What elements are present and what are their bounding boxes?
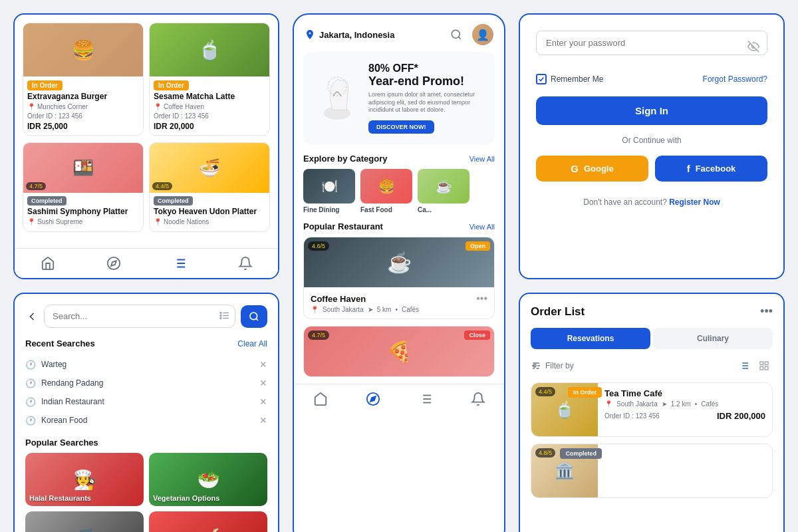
rest-rating-coffee-haven: 4.6/5: [308, 241, 329, 251]
remove-korean[interactable]: ✕: [259, 415, 267, 426]
discover-button[interactable]: DISCOVER NOW!: [368, 120, 434, 134]
orderlist-card-inner-completed: 🏛️ 4.8/5 Completed: [531, 444, 772, 497]
location-icon-latte: 📍: [154, 103, 162, 110]
category-label-other: Ca...: [418, 206, 469, 213]
nav-compass-orders[interactable]: [106, 255, 122, 271]
filter-left: Filter by: [531, 360, 574, 371]
completed-card-udon[interactable]: 🍜 4.4/5 Completed Tokyo Heaven Udon Plat…: [149, 142, 270, 232]
nav-bell-orders[interactable]: [237, 255, 253, 271]
orderlist-card-teatime[interactable]: 🍵 4.4/5 In Order Tea Time Café 📍 South J…: [531, 382, 773, 437]
order-card-latte[interactable]: 🍵 In Order Sesame Matcha Latte 📍 Coffee …: [149, 23, 270, 136]
categories-row: 🍽️ Fine Dining 🍔 Fast Food ☕ Ca...: [294, 169, 504, 221]
search-input[interactable]: [44, 305, 235, 328]
center-nav-home[interactable]: [313, 391, 329, 407]
search-item-left-warteg: 🕐 Warteg: [25, 360, 66, 370]
search-text-korean: Korean Food: [41, 416, 87, 425]
search-item-warteg[interactable]: 🕐 Warteg ✕: [25, 355, 267, 374]
remove-indian[interactable]: ✕: [259, 396, 267, 407]
search-button[interactable]: [241, 305, 267, 328]
remove-rendang[interactable]: ✕: [259, 378, 267, 388]
search-text-indian: Indian Restaurant: [41, 397, 104, 406]
category-fast-food[interactable]: 🍔 Fast Food: [360, 169, 412, 213]
rest-type-coffee-haven: Cafés: [402, 306, 419, 313]
popular-view-all[interactable]: View All: [469, 223, 495, 231]
search-icon-btn[interactable]: [446, 24, 467, 45]
order-card-img-latte: 🍵: [150, 23, 269, 76]
remember-left: Remember Me: [536, 74, 603, 84]
promo-illustration: [314, 72, 360, 125]
rest-bullet: •: [395, 306, 398, 313]
search-item-left-korean: 🕐 Korean Food: [25, 416, 87, 426]
popular-card-music1[interactable]: 🎵: [25, 511, 144, 532]
signin-button[interactable]: Sign In: [536, 96, 767, 125]
rest-more-coffee-haven[interactable]: •••: [476, 293, 487, 305]
category-other[interactable]: ☕ Ca...: [418, 169, 469, 213]
orderlist-card-completed[interactable]: 🏛️ 4.8/5 Completed: [531, 444, 773, 498]
list-view-btn[interactable]: [735, 357, 753, 374]
history-icon-korean: 🕐: [25, 416, 36, 426]
orderlist-panel: Order List ••• Resevations Culinary Filt…: [519, 293, 785, 532]
clear-all-button[interactable]: Clear All: [237, 339, 267, 348]
remember-label: Remember Me: [551, 74, 603, 84]
search-item-rendang[interactable]: 🕐 Rendang Padang ✕: [25, 374, 267, 392]
completed-badge-udon: Completed: [154, 196, 193, 205]
rating-badge-sashimi: 4.7/5: [26, 182, 46, 190]
back-button[interactable]: [25, 310, 39, 323]
svg-rect-30: [760, 362, 763, 365]
order-title-latte: Sesame Matcha Latte: [154, 92, 265, 101]
order-card-burger[interactable]: 🍔 In Order Extravaganza Burger 📍 Munchie…: [23, 23, 144, 136]
ol-location-icon: 📍: [604, 400, 612, 408]
nav-home-orders[interactable]: [40, 255, 56, 271]
popular-title: Popular Restaurant: [303, 221, 383, 231]
more-icon[interactable]: •••: [760, 305, 773, 319]
category-view-all[interactable]: View All: [469, 155, 495, 163]
tab-reservations[interactable]: Resevations: [531, 328, 650, 349]
ol-status-completed: Completed: [560, 448, 602, 459]
tab-culinary[interactable]: Culinary: [653, 328, 773, 349]
category-fine-dining[interactable]: 🍽️ Fine Dining: [303, 169, 355, 213]
search-panel: Recent Searches Clear All 🕐 Warteg ✕ 🕐 R…: [13, 293, 279, 532]
svg-point-24: [250, 313, 257, 320]
grid-view-btn[interactable]: [755, 357, 773, 374]
center-nav-compass[interactable]: [365, 391, 381, 407]
nav-list-orders[interactable]: [172, 255, 188, 271]
filter-icon[interactable]: [219, 310, 230, 323]
facebook-icon: f: [687, 163, 690, 174]
view-icons: [735, 357, 773, 374]
inorder-cards-row: 🍔 In Order Extravaganza Burger 📍 Munchie…: [23, 23, 270, 136]
remember-checkbox[interactable]: [536, 74, 547, 84]
forgot-password-link[interactable]: Forgot Password?: [703, 74, 767, 84]
search-item-korean[interactable]: 🕐 Korean Food ✕: [25, 411, 267, 430]
search-item-left-indian: 🕐 Indian Restaurant: [25, 397, 104, 407]
popular-card-halal[interactable]: 🧑‍🍳 Halal Restaurants: [25, 453, 144, 506]
register-now-link[interactable]: Register Now: [669, 198, 720, 207]
popular-card-livemusic[interactable]: 🎸 LIVE MUSIC DOWN: [149, 511, 267, 532]
completed-restaurant-udon: 📍 Noodle Nations: [154, 218, 265, 225]
location-text: Jakarta, Indonesia: [319, 30, 394, 40]
rest-rating-pizza: 4.7/5: [308, 331, 329, 340]
remove-warteg[interactable]: ✕: [259, 359, 267, 370]
svg-line-9: [458, 37, 460, 39]
facebook-signin-button[interactable]: f Facebook: [655, 156, 767, 182]
center-nav-bell[interactable]: [470, 391, 486, 407]
rest-status-pizza: Close: [464, 331, 490, 340]
category-label-fine-dining: Fine Dining: [303, 206, 355, 213]
svg-rect-32: [760, 366, 763, 370]
completed-card-sashimi[interactable]: 🍱 4.7/5 Completed Sashimi Symphony Platt…: [23, 142, 144, 232]
popular-card-vegetarian[interactable]: 🥗 Vegetarian Options: [149, 453, 267, 506]
password-wrapper: [536, 31, 767, 65]
eye-off-icon[interactable]: [747, 41, 759, 55]
restaurant-card-pizza[interactable]: 🍕 4.7/5 Close: [303, 326, 495, 377]
center-nav-list[interactable]: [418, 391, 434, 407]
location-bar: Jakarta, Indonesia: [305, 29, 394, 40]
password-input[interactable]: [536, 31, 767, 55]
recent-items-list: 🕐 Warteg ✕ 🕐 Rendang Padang ✕ 🕐 Indian R…: [25, 355, 267, 430]
restaurant-card-coffee-haven[interactable]: ☕ 4.6/5 Open Coffee Haven ••• 📍 South Ja…: [303, 237, 495, 319]
search-item-indian[interactable]: 🕐 Indian Restaurant ✕: [25, 392, 267, 411]
history-icon-indian: 🕐: [25, 397, 36, 407]
order-restaurant-latte: 📍 Coffee Haven: [154, 103, 265, 110]
avatar[interactable]: 👤: [472, 24, 493, 45]
completed-restaurant-sashimi: 📍 Sushi Supreme: [27, 218, 139, 225]
promo-banner: 80% OFF* Year-end Promo! Lorem ipsum dol…: [303, 52, 495, 144]
google-signin-button[interactable]: G Google: [536, 156, 648, 182]
